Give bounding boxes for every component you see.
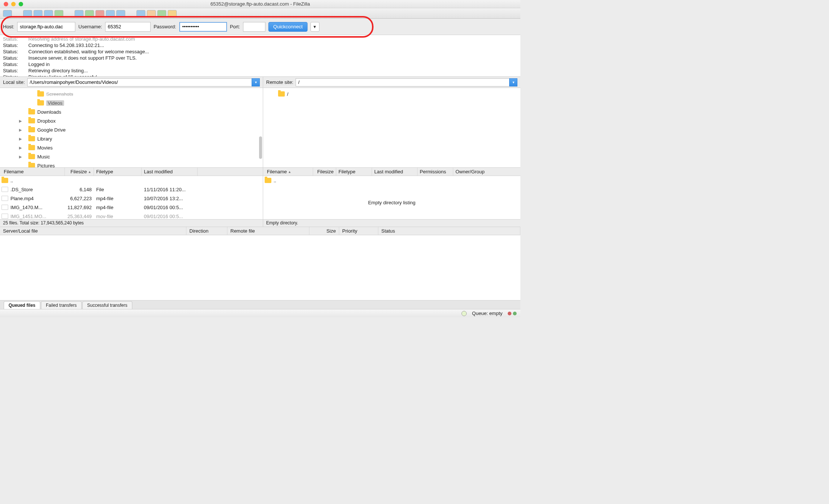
folder-icon [28, 118, 35, 123]
local-pane: Local site: ▾ ScreenshotsVideosDownloads… [0, 77, 263, 227]
quickconnect-button[interactable]: Quickconnect [268, 22, 308, 32]
local-path-input[interactable] [27, 78, 252, 86]
file-name: .. [274, 178, 328, 183]
sync-browsing-icon[interactable] [54, 10, 63, 17]
local-tree[interactable]: ScreenshotsVideosDownloads▶Dropbox▶Googl… [0, 88, 263, 168]
tree-item[interactable]: Videos [0, 98, 263, 107]
log-label: Status: [3, 55, 22, 61]
col-filesize[interactable]: Filesize▲ [65, 168, 94, 176]
zoom-icon[interactable] [19, 2, 23, 6]
sort-asc-icon: ▲ [288, 170, 291, 174]
col-size[interactable]: Size [309, 227, 339, 235]
lock-icon[interactable] [461, 311, 467, 316]
folder-icon [28, 127, 35, 132]
log-row: Status:Insecure server, it does not supp… [3, 55, 517, 61]
message-log[interactable]: Status:Resolving address of storage.ftp-… [0, 35, 520, 77]
tab-successful-transfers[interactable]: Successful transfers [82, 301, 132, 309]
tree-item[interactable]: ▶Music [0, 152, 263, 161]
chevron-right-icon[interactable]: ▶ [19, 128, 22, 132]
remote-pane: Remote site: ▾ / Filename▲ Filesize File… [263, 77, 520, 227]
col-permissions[interactable]: Permissions [417, 168, 453, 176]
chevron-right-icon[interactable]: ▶ [19, 146, 22, 150]
host-input[interactable] [17, 22, 75, 32]
col-modified[interactable]: Last modified [142, 168, 198, 176]
remote-path-dropdown[interactable]: ▾ [509, 78, 517, 86]
col-server-file[interactable]: Server/Local file [0, 227, 186, 235]
file-type: mov-file [94, 214, 142, 219]
col-direction[interactable]: Direction [186, 227, 227, 235]
col-filetype[interactable]: Filetype [94, 168, 142, 176]
download-dot-icon [508, 312, 511, 315]
port-input[interactable] [243, 22, 265, 32]
remote-tree[interactable]: / [263, 88, 520, 168]
chevron-right-icon[interactable]: ▶ [19, 137, 22, 141]
password-input[interactable] [179, 22, 227, 32]
queue-body[interactable] [0, 235, 520, 300]
username-input[interactable] [105, 22, 151, 32]
search-icon[interactable] [168, 10, 177, 17]
tree-item[interactable]: / [263, 89, 520, 98]
file-modified: 09/01/2016 00:5... [142, 205, 198, 210]
col-filetype[interactable]: Filetype [336, 168, 372, 176]
col-filesize[interactable]: Filesize [313, 168, 336, 176]
list-item[interactable]: .. [0, 176, 263, 185]
col-status[interactable]: Status [378, 227, 520, 235]
file-size: 11,827,692 [65, 205, 94, 210]
remote-file-list[interactable]: .. Empty directory listing [263, 176, 520, 219]
col-filename[interactable]: Filename▲ [265, 168, 313, 176]
log-label: Status: [3, 67, 22, 74]
local-site-label: Local site: [3, 79, 25, 85]
tree-item[interactable]: ▶Dropbox [0, 116, 263, 125]
quickconnect-bar: Host: Username: Password: Port: Quickcon… [0, 19, 520, 35]
tree-item[interactable]: Pictures [0, 161, 263, 168]
file-modified: 10/07/2016 13:2... [142, 196, 198, 201]
auto-icon[interactable] [157, 10, 166, 17]
process-queue-icon[interactable] [85, 10, 94, 17]
site-manager-icon[interactable] [3, 10, 12, 17]
disconnect-icon[interactable] [106, 10, 115, 17]
toggle-tree-icon[interactable] [34, 10, 42, 17]
tree-item[interactable]: Screenshots [0, 89, 263, 98]
col-priority[interactable]: Priority [339, 227, 378, 235]
list-item[interactable]: .DS_Store6,148File11/11/2016 11:20... [0, 185, 263, 194]
tree-item[interactable]: ▶Library [0, 134, 263, 143]
refresh-icon[interactable] [75, 10, 83, 17]
col-modified[interactable]: Last modified [372, 168, 417, 176]
compare-icon[interactable] [147, 10, 156, 17]
close-icon[interactable] [4, 2, 8, 6]
tree-item[interactable]: Downloads [0, 107, 263, 116]
file-icon [1, 214, 8, 219]
tab-failed-transfers[interactable]: Failed transfers [41, 301, 82, 309]
log-text: Connecting to 54.208.193.102:21... [28, 42, 104, 48]
list-item[interactable]: IMG_1470.M...11,827,692mp4-file09/01/201… [0, 203, 263, 212]
scrollbar[interactable] [259, 136, 262, 159]
cancel-icon[interactable] [95, 10, 104, 17]
toggle-log-icon[interactable] [23, 10, 32, 17]
log-label: Status: [3, 36, 22, 42]
minimize-icon[interactable] [11, 2, 16, 6]
tree-item[interactable]: ▶Google Drive [0, 125, 263, 134]
toggle-queue-icon[interactable] [44, 10, 53, 17]
col-remote-file[interactable]: Remote file [227, 227, 309, 235]
log-label: Status: [3, 61, 22, 67]
filter-icon[interactable] [136, 10, 145, 17]
quickconnect-dropdown[interactable]: ▾ [311, 22, 319, 32]
col-owner[interactable]: Owner/Group [453, 168, 520, 176]
list-item[interactable]: IMG_1451.MO...25,363,449mov-file09/01/20… [0, 212, 263, 219]
chevron-right-icon[interactable]: ▶ [19, 119, 22, 123]
window-title: 65352@storage.ftp-auto.dacast.com - File… [211, 1, 310, 7]
log-text: Resolving address of storage.ftp-auto.da… [28, 36, 135, 42]
chevron-right-icon[interactable]: ▶ [19, 155, 22, 159]
local-file-list[interactable]: ...DS_Store6,148File11/11/2016 11:20...P… [0, 176, 263, 219]
remote-path-input[interactable] [296, 78, 509, 86]
list-item[interactable]: Plane.mp46,627,223mp4-file10/07/2016 13:… [0, 194, 263, 203]
tree-label: Google Drive [37, 127, 66, 133]
remote-status: Empty directory. [263, 219, 520, 227]
col-filename[interactable]: Filename [1, 168, 65, 176]
reconnect-icon[interactable] [116, 10, 125, 17]
local-path-dropdown[interactable]: ▾ [252, 78, 260, 86]
list-item[interactable]: .. [263, 176, 520, 185]
tree-item[interactable]: ▶Movies [0, 143, 263, 152]
file-name: IMG_1470.M... [10, 205, 65, 210]
tab-queued-files[interactable]: Queued files [4, 301, 40, 309]
